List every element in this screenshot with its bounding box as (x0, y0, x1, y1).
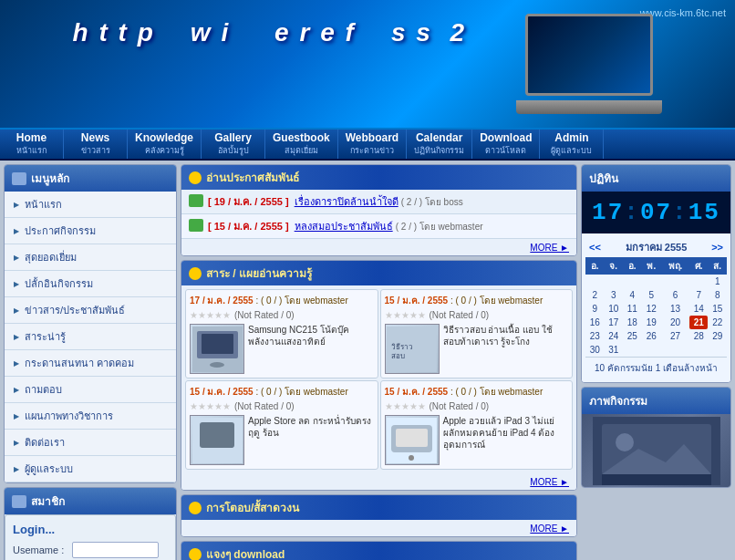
cal-day-cell[interactable]: 30 (585, 343, 605, 357)
member-icon (12, 495, 26, 508)
forum-box: การโตอบ/สั้สาดวงน MORE ► (181, 494, 577, 537)
center-content: อ่านประกาศสัมพันธ์ [ 19 / ม.ค. / 2555 ] … (181, 164, 577, 560)
cal-day-cell[interactable]: 7 (689, 288, 709, 302)
download-icon (189, 548, 202, 561)
clock-minutes: 07 (640, 199, 672, 226)
sidebar-item-qa[interactable]: ถามตอบ (5, 377, 176, 403)
cal-day-cell[interactable]: 5 (642, 288, 662, 302)
sare-more-link[interactable]: MORE ► (530, 477, 569, 487)
announce-link-2[interactable]: หลงสมอประชาสัมพันธ์ (295, 221, 393, 232)
nav-guestbook[interactable]: Guestbook สมุดเยี่ยม (265, 130, 338, 159)
cal-day-cell[interactable]: 9 (585, 302, 605, 316)
download-title: แจงๆ download (181, 542, 576, 560)
member-section: สมาชิก Login... Usemame : Password : เข้… (4, 487, 177, 560)
sidebar-item-announcements[interactable]: ข่าวสาร/ประชาสัมพันธ์ (5, 297, 176, 324)
sidebar-item-activity[interactable]: ประกาศกิจกรรม (5, 218, 176, 244)
cal-day-cell[interactable]: 10 (605, 302, 624, 316)
cal-day-cell[interactable]: 2 (585, 288, 605, 302)
cal-day-cell[interactable]: 26 (642, 329, 662, 343)
cal-day-cell[interactable]: 13 (661, 302, 689, 316)
sidebar-item-contact[interactable]: ติดต่อเรา (5, 430, 176, 456)
photo-box: ภาพกิจกรรม (581, 387, 731, 488)
cal-day-cell[interactable]: 24 (605, 329, 624, 343)
cal-th-wed: พ. (642, 257, 662, 275)
cal-day-cell (642, 275, 662, 288)
sidebar-item-plugin[interactable]: ปลั้กอินกิจกรรม (5, 271, 176, 297)
cal-day-cell[interactable]: 6 (661, 288, 689, 302)
announce-item-2[interactable]: [ 15 / ม.ค. / 2555 ] หลงสมอประชาสัมพันธ์… (181, 214, 576, 239)
sidebar-item-knowledge[interactable]: สาระน่ารู้ (5, 324, 176, 350)
cal-day-cell[interactable]: 11 (623, 302, 642, 316)
cal-day-cell[interactable]: 1 (708, 275, 727, 288)
cal-day-cell[interactable]: 16 (585, 316, 605, 329)
clock-hours: 17 (592, 199, 624, 226)
cal-day-cell (689, 275, 709, 288)
cal-day-cell[interactable]: 14 (689, 302, 709, 316)
cal-day-cell[interactable]: 27 (661, 329, 689, 343)
forum-more: MORE ► (181, 520, 576, 536)
cal-day-cell[interactable]: 18 (623, 316, 642, 329)
menu-icon (12, 172, 26, 185)
cal-prev-btn[interactable]: << (589, 242, 601, 253)
sare-body-2: วิธีราว สอบ วิธีราวสอบ อ่านเนื้อ แอบ ใช้… (385, 324, 569, 374)
svg-text:สอบ: สอบ (391, 352, 405, 360)
cal-day-cell[interactable]: 28 (689, 329, 709, 343)
sidebar-item-home[interactable]: หน้าแรก (5, 192, 176, 218)
login-title: Login... (13, 523, 168, 536)
cal-day-cell[interactable]: 3 (605, 288, 624, 302)
sare-thumb-2: วิธีราว สอบ (385, 324, 440, 374)
sidebar-item-academic[interactable]: แผนภาพทางวิชาการ (5, 403, 176, 430)
cal-day-cell[interactable]: 19 (642, 316, 662, 329)
member-title: สมาชิก (5, 488, 176, 514)
nav-gallery[interactable]: Gallery อัลบั้มรูป (202, 130, 265, 159)
cal-day-cell[interactable]: 20 (661, 316, 689, 329)
cal-th-mon: จ. (605, 257, 624, 275)
cal-week-row: 23242526272829 (585, 329, 727, 343)
sare-header-4: 15 / ม.ค. / 2555 : ( 0 / ) โดย webmaster (385, 385, 569, 399)
nav-home[interactable]: Home หน้าแรก (0, 130, 64, 159)
sidebar-item-admin[interactable]: ผู้ดูแลระบบ (5, 456, 176, 482)
nav-webboard[interactable]: Webboard กระดานข่าว (338, 130, 407, 159)
forum-icon (189, 502, 202, 514)
sidebar-item-forum[interactable]: กระดานสนทนา คาดคอม (5, 350, 176, 377)
username-input[interactable] (72, 542, 159, 558)
cal-day-cell[interactable]: 15 (708, 302, 727, 316)
nav-knowledge[interactable]: Knowledge คลังความรู้ (128, 130, 202, 159)
cal-day-cell[interactable]: 12 (642, 302, 662, 316)
announce-item-1[interactable]: [ 19 / ม.ค. / 2555 ] เรื่องดาราปิดล้านนำ… (181, 190, 576, 214)
cal-day-cell (642, 343, 662, 357)
sare-text-4: Apple อวยแล้ว iPad 3 ไม่แย่ผลักหมดคนย้าย… (443, 415, 569, 465)
nav-news[interactable]: News ข่าวสาร (64, 130, 128, 159)
cal-day-cell[interactable]: 29 (708, 329, 727, 343)
sare-text-3: Apple Store ลด กระหน่ำรับดรงฤดู ร้อน (248, 415, 374, 465)
cal-day-cell[interactable]: 25 (623, 329, 642, 343)
cal-day-cell[interactable]: 31 (605, 343, 624, 357)
cal-next-btn[interactable]: >> (711, 242, 723, 253)
announce-link-1[interactable]: เรื่องดาราปิดล้านนำ้ใจดี (295, 196, 399, 207)
cal-day-cell[interactable]: 17 (605, 316, 624, 329)
announce-title: อ่านประกาศสัมพันธ์ (181, 165, 576, 190)
cal-day-cell[interactable]: 8 (708, 288, 727, 302)
cal-day-cell (585, 275, 605, 288)
svg-rect-17 (602, 474, 711, 485)
announce-more-link[interactable]: MORE ► (530, 243, 569, 253)
sare-body-3: Apple Store ลด กระหน่ำรับดรงฤดู ร้อน (190, 415, 374, 465)
cal-nav: << มกราคม 2555 >> (585, 237, 727, 257)
sare-box: สาระ / แผยอ่านความรู้ 17 / ม.ค. / 2555 :… (181, 260, 577, 491)
nav-download[interactable]: Download ดาวน์โหลด (472, 130, 540, 159)
cal-day-cell[interactable]: 23 (585, 329, 605, 343)
cal-week-row: 2345678 (585, 288, 727, 302)
forum-more-link[interactable]: MORE ► (530, 524, 569, 534)
sare-title: สาระ / แผยอ่านความรู้ (181, 261, 576, 285)
svg-rect-11 (396, 429, 428, 447)
sidebar-item-best[interactable]: สุดยอดเยี่ยม (5, 244, 176, 271)
cal-day-cell (661, 275, 689, 288)
nav-admin[interactable]: Admin ผู้ดูแลระบบ (540, 130, 604, 159)
cal-day-cell (623, 275, 642, 288)
cal-th-thu: พฤ. (661, 257, 689, 275)
sare-header-3: 15 / ม.ค. / 2555 : ( 0 / ) โดย webmaster (190, 385, 374, 399)
cal-day-cell[interactable]: 21 (689, 316, 709, 329)
cal-day-cell[interactable]: 4 (623, 288, 642, 302)
cal-day-cell[interactable]: 22 (708, 316, 727, 329)
nav-calendar[interactable]: Calendar ปฏิทินกิจกรรม (407, 130, 472, 159)
